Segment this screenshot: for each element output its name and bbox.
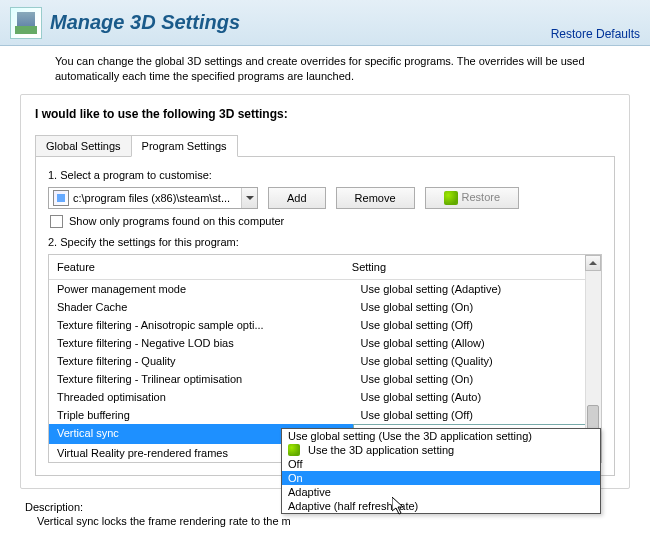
header: Manage 3D Settings Restore Defaults — [0, 0, 650, 46]
show-only-found-checkbox[interactable] — [50, 215, 63, 228]
tabs: Global Settings Program Settings — [35, 135, 615, 157]
dropdown-option[interactable]: Adaptive — [282, 485, 600, 499]
table-row[interactable]: Texture filtering - Negative LOD biasUse… — [49, 334, 601, 352]
chevron-down-icon — [241, 188, 257, 208]
restore-button[interactable]: Restore — [425, 187, 520, 209]
table-row[interactable]: Triple bufferingUse global setting (Off) — [49, 406, 601, 424]
tab-program-settings[interactable]: Program Settings — [131, 135, 238, 157]
dropdown-option[interactable]: Off — [282, 457, 600, 471]
setting-cell[interactable]: Use global setting (Auto) — [353, 388, 601, 406]
description-text: Vertical sync locks the frame rendering … — [25, 515, 625, 527]
show-only-found-label: Show only programs found on this compute… — [69, 215, 284, 227]
panel-heading: I would like to use the following 3D set… — [35, 107, 615, 121]
setting-cell[interactable]: Use global setting (Off) — [353, 316, 601, 334]
restore-button-label: Restore — [462, 191, 501, 203]
nvidia-icon — [444, 191, 458, 205]
restore-defaults-link[interactable]: Restore Defaults — [551, 27, 640, 41]
vsync-dropdown[interactable]: Use global setting (Use the 3D applicati… — [281, 428, 601, 514]
dropdown-option[interactable]: On — [282, 471, 600, 485]
page-title: Manage 3D Settings — [50, 11, 240, 34]
dropdown-option[interactable]: Use the 3D application setting — [282, 443, 600, 457]
program-select-text: c:\program files (x86)\steam\st... — [73, 192, 241, 204]
feature-cell: Texture filtering - Trilinear optimisati… — [49, 370, 353, 388]
step2-label: 2. Specify the settings for this program… — [48, 236, 602, 248]
step1-label: 1. Select a program to customise: — [48, 169, 602, 181]
feature-cell: Shader Cache — [49, 298, 353, 316]
grid-header: Feature Setting — [49, 255, 601, 280]
col-feature: Feature — [49, 255, 344, 279]
feature-cell: Threaded optimisation — [49, 388, 353, 406]
program-select[interactable]: c:\program files (x86)\steam\st... — [48, 187, 258, 209]
app-icon — [10, 7, 42, 39]
table-row[interactable]: Texture filtering - Trilinear optimisati… — [49, 370, 601, 388]
table-row[interactable]: Power management modeUse global setting … — [49, 280, 601, 298]
setting-cell[interactable]: Use global setting (On) — [353, 370, 601, 388]
nvidia-icon — [288, 444, 300, 456]
table-row[interactable]: Shader CacheUse global setting (On) — [49, 298, 601, 316]
intro-text: You can change the global 3D settings an… — [0, 46, 650, 90]
scroll-up-icon[interactable] — [585, 255, 601, 271]
dropdown-option[interactable]: Use global setting (Use the 3D applicati… — [282, 429, 600, 443]
table-row[interactable]: Texture filtering - QualityUse global se… — [49, 352, 601, 370]
tab-global-settings[interactable]: Global Settings — [35, 135, 132, 156]
setting-cell[interactable]: Use global setting (Allow) — [353, 334, 601, 352]
setting-cell[interactable]: Use global setting (Off) — [353, 406, 601, 424]
setting-cell[interactable]: Use global setting (On) — [353, 298, 601, 316]
program-icon — [53, 190, 69, 206]
remove-button[interactable]: Remove — [336, 187, 415, 209]
feature-cell: Triple buffering — [49, 406, 353, 424]
feature-cell: Texture filtering - Quality — [49, 352, 353, 370]
setting-cell[interactable]: Use global setting (Quality) — [353, 352, 601, 370]
feature-cell: Texture filtering - Negative LOD bias — [49, 334, 353, 352]
dropdown-option[interactable]: Adaptive (half refresh rate) — [282, 499, 600, 513]
add-button[interactable]: Add — [268, 187, 326, 209]
table-row[interactable]: Threaded optimisationUse global setting … — [49, 388, 601, 406]
table-row[interactable]: Texture filtering - Anisotropic sample o… — [49, 316, 601, 334]
feature-cell: Texture filtering - Anisotropic sample o… — [49, 316, 353, 334]
setting-cell[interactable]: Use global setting (Adaptive) — [353, 280, 601, 298]
col-setting: Setting — [344, 255, 585, 279]
feature-cell: Power management mode — [49, 280, 353, 298]
